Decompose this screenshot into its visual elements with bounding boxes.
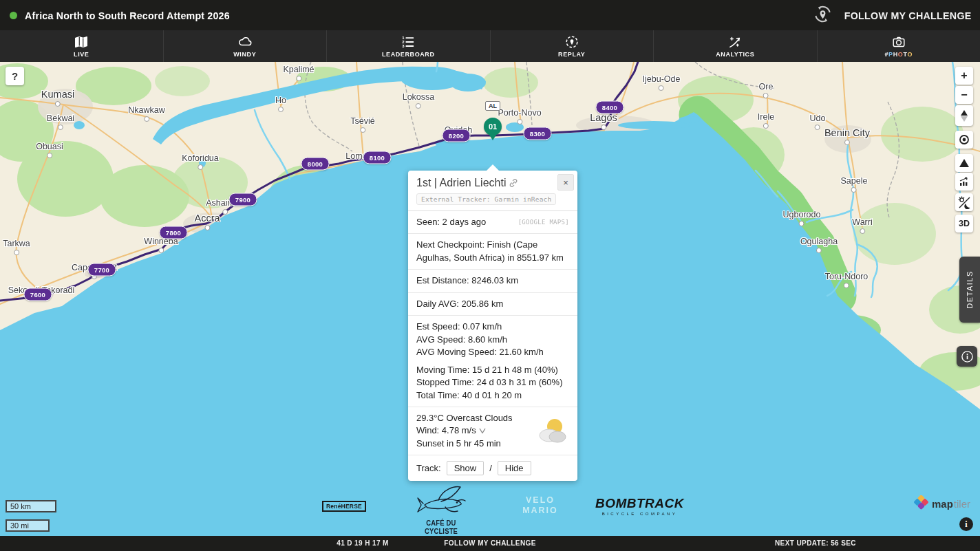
route-distance-marker: 8100 [363, 151, 392, 164]
maptiler-mark-icon [914, 495, 928, 512]
rider-marker[interactable]: AL 01 [484, 118, 502, 136]
tab-photo-label: #PHOTO [885, 51, 913, 58]
city-label: Accra [194, 213, 220, 230]
3d-toggle-button[interactable]: 3D [955, 215, 973, 233]
est-distance: Est Distance: 8246.03 km [408, 270, 577, 292]
sponsor-velo-mario[interactable]: VELO MARIO [521, 495, 560, 516]
route-distance-marker: 7800 [160, 226, 188, 239]
rider-popup: 1st | Adrien Liechti × External Tracker:… [408, 171, 577, 481]
city-label: Ijebu-Ode [643, 74, 681, 91]
city-label: Koforidua [182, 153, 219, 170]
total-time: Total Time: 40 d 01 h 20 m [416, 389, 569, 402]
google-maps-link[interactable]: [GOOGLE MAPS] [518, 218, 569, 227]
rider-initials-tag: AL [485, 101, 500, 111]
scale-bar-km: 50 km [6, 500, 56, 512]
event-title: Africa North to South Record Attempt 202… [25, 10, 230, 21]
svg-text:3: 3 [403, 44, 405, 48]
tab-leaderboard[interactable]: 123 LEADERBOARD [326, 30, 490, 62]
wind-speed: Wind: 4.78 m/s [416, 424, 476, 437]
attribution-info-button[interactable]: i [959, 517, 973, 531]
chart-icon [958, 175, 970, 188]
tab-leaderboard-label: LEADERBOARD [382, 51, 435, 58]
tilt-control[interactable] [955, 105, 973, 126]
city-label: Obuasi [36, 142, 63, 158]
map-icon [74, 34, 89, 50]
terrain-button[interactable] [955, 154, 973, 172]
city-label: Udo [810, 114, 826, 130]
follow-my-challenge-brand[interactable]: FOLLOW MY CHALLENGE [813, 0, 972, 30]
sponsor-rene-herse[interactable]: RenéHERSE [322, 501, 366, 512]
numbered-list-icon: 123 [401, 34, 416, 50]
city-label: Porto-Novo [498, 108, 541, 125]
next-checkpoint: Next Checkpoint: Finish (Cape Agulhas, S… [408, 234, 577, 270]
rider-pin[interactable]: 01 [484, 118, 502, 136]
seen-ago: Seen: 2 days ago [416, 216, 486, 228]
elapsed-time: 41 D 19 H 17 M [337, 536, 389, 551]
tilt-up-icon [961, 107, 968, 116]
link-icon[interactable] [509, 179, 518, 187]
cloud-icon [237, 34, 253, 50]
route-distance-marker: 7900 [229, 193, 257, 206]
day-night-toggle[interactable] [955, 193, 973, 211]
track-hide-button[interactable]: Hide [498, 461, 531, 475]
camera-icon [891, 34, 906, 50]
city-label: Toru-Ndoro [825, 272, 869, 288]
tab-live[interactable]: LIVE [0, 30, 163, 62]
route-distance-marker: 8400 [596, 101, 624, 114]
maptiler-logo[interactable]: maptiler [914, 495, 970, 512]
tab-live-label: LIVE [74, 51, 89, 58]
city-label: Winneba [144, 237, 178, 253]
track-slash: / [489, 463, 492, 473]
main-nav: LIVE WINDY 123 LEADERBOARD [0, 30, 980, 62]
track-label: Track: [416, 463, 441, 473]
route-distance-marker: 7600 [24, 288, 52, 301]
moving-time: Moving Time: 15 d 21 h 48 m (40%) [416, 364, 569, 376]
tracker-badge: External Tracker: Garmin inReach [416, 193, 556, 205]
fmc-brand-text: FOLLOW MY CHALLENGE [844, 10, 972, 21]
mountain-icon [958, 157, 970, 169]
live-status-dot [10, 12, 17, 19]
avg-speed: AVG Speed: 8.60 km/h [416, 334, 569, 346]
locate-button[interactable] [955, 131, 973, 149]
locate-icon [958, 133, 970, 146]
overcast-weather-icon [536, 417, 569, 446]
weather-section: 29.3°C Overcast Clouds Wind: 4.78 m/s Su… [408, 407, 577, 455]
details-panel-tab[interactable]: DETAILS [959, 257, 980, 323]
footer-brand: FOLLOW MY CHALLENGE [444, 536, 536, 551]
help-button[interactable]: ? [6, 67, 24, 85]
city-label: Ugborodo [783, 210, 821, 226]
tab-replay[interactable]: REPLAY [490, 30, 654, 62]
popup-close-button[interactable]: × [557, 174, 574, 191]
tab-replay-label: REPLAY [558, 51, 585, 58]
tab-photo[interactable]: #PHOTO [817, 30, 980, 62]
info-button[interactable] [957, 346, 977, 367]
weather-temp: 29.3°C Overcast Clouds [416, 412, 513, 424]
est-speed: Est Speed: 0.07 km/h [416, 321, 569, 333]
city-label: Bekwai [47, 114, 74, 130]
sponsor-cafe-du-cycliste[interactable]: CAFÉ DU CYCLISTE [415, 482, 467, 535]
tab-analytics-label: ANALYTICS [716, 51, 754, 58]
wind-direction-icon [479, 428, 486, 434]
cafe-du-cycliste-text: CAFÉ DU CYCLISTE [418, 519, 465, 535]
city-label: Nkawkaw [128, 105, 165, 122]
tab-windy[interactable]: WINDY [163, 30, 327, 62]
zoom-in-button[interactable]: + [955, 67, 973, 85]
route-distance-marker: 7700 [88, 263, 116, 277]
city-label: Tarkwa [3, 239, 30, 255]
sun-moon-icon [957, 195, 971, 209]
daily-avg: Daily AVG: 205.86 km [408, 293, 577, 316]
route-distance-marker: 8200 [443, 129, 471, 142]
city-label: Tsévié [350, 116, 374, 133]
stopped-time: Stopped Time: 24 d 03 h 31 m (60%) [416, 376, 569, 389]
rider-rank-name: 1st | Adrien Liechti [416, 177, 506, 189]
replay-pin-icon [564, 34, 579, 50]
zoom-out-button[interactable]: − [955, 86, 973, 104]
footer-bar: 41 D 19 H 17 M FOLLOW MY CHALLENGE NEXT … [0, 536, 980, 551]
tab-analytics[interactable]: ANALYTICS [653, 30, 817, 62]
tilt-down-icon [961, 116, 968, 125]
speed-and-time-stats: Est Speed: 0.07 km/h AVG Speed: 8.60 km/… [408, 316, 577, 407]
elevation-chart-button[interactable] [955, 173, 973, 191]
track-show-button[interactable]: Show [447, 461, 484, 475]
sponsor-bombtrack[interactable]: BOMBTRACK BICYCLE COMPANY [593, 497, 686, 516]
tab-windy-label: WINDY [233, 51, 256, 58]
